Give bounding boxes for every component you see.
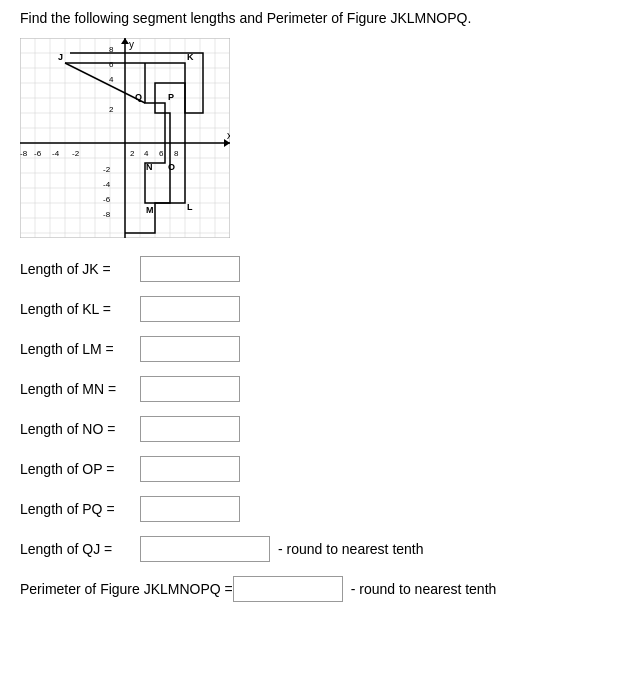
svg-text:4: 4 — [144, 149, 149, 158]
coordinate-graph: x y -8 -6 -4 -2 2 4 6 8 8 6 4 2 -2 -4 -6… — [20, 38, 230, 238]
field-label-3: Length of MN = — [20, 381, 140, 397]
svg-text:y: y — [129, 39, 134, 50]
field-note-7: - round to nearest tenth — [278, 541, 424, 557]
svg-text:Q: Q — [135, 92, 142, 102]
field-input-4[interactable] — [140, 416, 240, 442]
field-label-8: Perimeter of Figure JKLMNOPQ = — [20, 581, 233, 597]
svg-text:-4: -4 — [52, 149, 60, 158]
graph-container: x y -8 -6 -4 -2 2 4 6 8 8 6 4 2 -2 -4 -6… — [20, 38, 607, 238]
svg-text:L: L — [187, 202, 193, 212]
svg-text:8: 8 — [174, 149, 179, 158]
svg-text:-4: -4 — [103, 180, 111, 189]
field-row-4: Length of NO = — [20, 416, 607, 442]
field-input-8[interactable] — [233, 576, 343, 602]
field-row-1: Length of KL = — [20, 296, 607, 322]
field-input-3[interactable] — [140, 376, 240, 402]
field-label-0: Length of JK = — [20, 261, 140, 277]
svg-text:-8: -8 — [103, 210, 111, 219]
field-label-2: Length of LM = — [20, 341, 140, 357]
svg-text:K: K — [187, 52, 194, 62]
svg-text:2: 2 — [130, 149, 135, 158]
field-row-5: Length of OP = — [20, 456, 607, 482]
svg-text:6: 6 — [159, 149, 164, 158]
field-row-3: Length of MN = — [20, 376, 607, 402]
svg-text:P: P — [168, 92, 174, 102]
svg-text:x: x — [227, 130, 230, 141]
field-label-6: Length of PQ = — [20, 501, 140, 517]
field-label-5: Length of OP = — [20, 461, 140, 477]
field-row-7: Length of QJ =- round to nearest tenth — [20, 536, 607, 562]
svg-text:O: O — [168, 162, 175, 172]
field-input-1[interactable] — [140, 296, 240, 322]
field-row-2: Length of LM = — [20, 336, 607, 362]
svg-text:N: N — [146, 162, 153, 172]
field-input-7[interactable] — [140, 536, 270, 562]
svg-text:M: M — [146, 205, 154, 215]
svg-text:-2: -2 — [103, 165, 111, 174]
svg-text:6: 6 — [109, 60, 114, 69]
field-label-1: Length of KL = — [20, 301, 140, 317]
field-row-0: Length of JK = — [20, 256, 607, 282]
svg-text:-6: -6 — [34, 149, 42, 158]
svg-text:4: 4 — [109, 75, 114, 84]
field-input-6[interactable] — [140, 496, 240, 522]
svg-text:2: 2 — [109, 105, 114, 114]
svg-text:-6: -6 — [103, 195, 111, 204]
field-note-8: - round to nearest tenth — [351, 581, 497, 597]
svg-text:-8: -8 — [20, 149, 28, 158]
field-row-8: Perimeter of Figure JKLMNOPQ =- round to… — [20, 576, 607, 602]
svg-text:J: J — [58, 52, 63, 62]
field-label-7: Length of QJ = — [20, 541, 140, 557]
field-row-6: Length of PQ = — [20, 496, 607, 522]
field-input-2[interactable] — [140, 336, 240, 362]
field-input-0[interactable] — [140, 256, 240, 282]
field-label-4: Length of NO = — [20, 421, 140, 437]
svg-text:-2: -2 — [72, 149, 80, 158]
field-input-5[interactable] — [140, 456, 240, 482]
instruction-text: Find the following segment lengths and P… — [20, 10, 607, 26]
